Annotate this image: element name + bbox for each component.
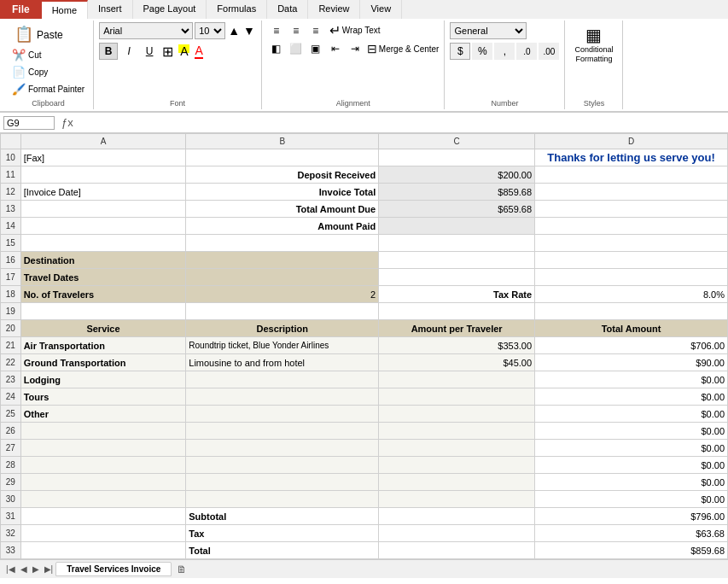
cell-c11[interactable]: $200.00: [379, 166, 535, 184]
cell-d13[interactable]: [535, 201, 728, 218]
merge-center-button[interactable]: ⊟ Merge & Center: [367, 42, 440, 55]
cut-button[interactable]: ✂️ Cut: [9, 47, 45, 63]
align-top-center-button[interactable]: ≡: [287, 23, 306, 38]
cell-b28[interactable]: [186, 457, 379, 474]
format-painter-button[interactable]: 🖌️ Format Painter: [9, 81, 88, 97]
cell-b12[interactable]: Invoice Total: [186, 184, 379, 201]
cell-d12[interactable]: [535, 184, 728, 201]
cell-c23[interactable]: [379, 371, 535, 388]
cell-b30[interactable]: [186, 491, 379, 508]
first-sheet-button[interactable]: |◀: [3, 564, 18, 574]
cell-d19[interactable]: [535, 303, 728, 320]
cell-b10[interactable]: [186, 149, 379, 166]
align-top-right-button[interactable]: ≡: [306, 23, 325, 38]
col-header-b[interactable]: B: [186, 134, 379, 149]
highlight-button[interactable]: A: [178, 44, 189, 58]
formula-input[interactable]: [77, 118, 725, 128]
cell-c29[interactable]: [379, 474, 535, 491]
cell-d25[interactable]: $0.00: [535, 406, 728, 423]
cell-b33[interactable]: Total: [186, 542, 379, 559]
cell-b13[interactable]: Total Amount Due: [186, 201, 379, 218]
conditional-formatting-button[interactable]: ▦ ConditionalFormatting: [570, 22, 617, 67]
italic-button[interactable]: I: [119, 43, 138, 60]
font-name-select[interactable]: Arial: [99, 22, 193, 39]
col-header-c[interactable]: C: [379, 134, 535, 149]
cell-b27[interactable]: [186, 440, 379, 457]
cell-a14[interactable]: [20, 218, 186, 235]
cell-d14[interactable]: [535, 218, 728, 235]
cell-c28[interactable]: [379, 457, 535, 474]
cell-a17[interactable]: Travel Dates: [20, 269, 186, 286]
cell-b14[interactable]: Amount Paid: [186, 218, 379, 235]
cell-d21[interactable]: $706.00: [535, 337, 728, 354]
cell-d24[interactable]: $0.00: [535, 388, 728, 406]
col-header-a[interactable]: A: [20, 134, 186, 149]
cell-b25[interactable]: [186, 406, 379, 423]
cell-d15[interactable]: [535, 235, 728, 252]
borders-button[interactable]: ⊞: [162, 44, 173, 60]
cell-d30[interactable]: $0.00: [535, 491, 728, 508]
cell-a26[interactable]: [20, 423, 186, 440]
cell-c14[interactable]: [379, 218, 535, 235]
cell-a23[interactable]: Lodging: [20, 371, 186, 388]
cell-d29[interactable]: $0.00: [535, 474, 728, 491]
next-sheet-button[interactable]: ▶: [30, 564, 42, 574]
cell-a11[interactable]: [20, 166, 186, 184]
cell-c20[interactable]: Amount per Traveler: [379, 320, 535, 337]
cell-c31[interactable]: [379, 508, 535, 525]
increase-font-button[interactable]: ▲: [228, 24, 240, 38]
cell-c17[interactable]: [379, 269, 535, 286]
cell-b22[interactable]: Limousine to and from hotel: [186, 354, 379, 371]
last-sheet-button[interactable]: ▶|: [42, 564, 56, 574]
cell-d31[interactable]: $796.00: [535, 508, 728, 525]
font-color-button[interactable]: A: [195, 44, 202, 59]
tab-page-layout[interactable]: Page Layout: [133, 0, 207, 19]
cell-d11[interactable]: [535, 166, 728, 184]
align-right-button[interactable]: ▣: [306, 41, 325, 56]
cell-c22[interactable]: $45.00: [379, 354, 535, 371]
cell-c15[interactable]: [379, 235, 535, 252]
cell-a33[interactable]: [20, 542, 186, 559]
cell-b18[interactable]: 2: [186, 286, 379, 303]
cell-c25[interactable]: [379, 406, 535, 423]
cell-a21[interactable]: Air Transportation: [20, 337, 186, 354]
copy-button[interactable]: 📄 Copy: [9, 64, 51, 80]
col-header-d[interactable]: D: [535, 134, 728, 149]
cell-a16[interactable]: Destination: [20, 252, 186, 269]
formula-function-icon[interactable]: ƒx: [61, 116, 73, 129]
cell-d22[interactable]: $90.00: [535, 354, 728, 371]
align-top-left-button[interactable]: ≡: [267, 23, 286, 38]
cell-b19[interactable]: [186, 303, 379, 320]
cell-d16[interactable]: [535, 252, 728, 269]
cell-c30[interactable]: [379, 491, 535, 508]
cell-d20[interactable]: Total Amount: [535, 320, 728, 337]
cell-c10[interactable]: [379, 149, 535, 166]
cell-a15[interactable]: [20, 235, 186, 252]
cell-a13[interactable]: [20, 201, 186, 218]
bold-button[interactable]: B: [99, 43, 118, 60]
prev-sheet-button[interactable]: ◀: [18, 564, 30, 574]
tab-view[interactable]: View: [360, 0, 402, 19]
tab-insert[interactable]: Insert: [88, 0, 133, 19]
number-format-select[interactable]: General: [450, 22, 527, 39]
cell-c16[interactable]: [379, 252, 535, 269]
cell-b24[interactable]: [186, 388, 379, 406]
cell-c12[interactable]: $859.68: [379, 184, 535, 201]
cell-a12[interactable]: [Invoice Date]: [20, 184, 186, 201]
cell-a18[interactable]: No. of Travelers: [20, 286, 186, 303]
sheet-tab-travel-invoice[interactable]: Travel Services Invoice: [55, 562, 172, 576]
cell-b20[interactable]: Description: [186, 320, 379, 337]
cell-d17[interactable]: [535, 269, 728, 286]
cell-b16[interactable]: [186, 252, 379, 269]
cell-c19[interactable]: [379, 303, 535, 320]
cell-c33[interactable]: [379, 542, 535, 559]
cell-a31[interactable]: [20, 508, 186, 525]
cell-a28[interactable]: [20, 457, 186, 474]
align-left-button[interactable]: ◧: [267, 41, 286, 56]
cell-c32[interactable]: [379, 525, 535, 542]
cell-a32[interactable]: [20, 525, 186, 542]
cell-d26[interactable]: $0.00: [535, 423, 728, 440]
cell-c18[interactable]: Tax Rate: [379, 286, 535, 303]
cell-c13[interactable]: $659.68: [379, 201, 535, 218]
increase-decimal-button[interactable]: .0: [516, 43, 537, 60]
